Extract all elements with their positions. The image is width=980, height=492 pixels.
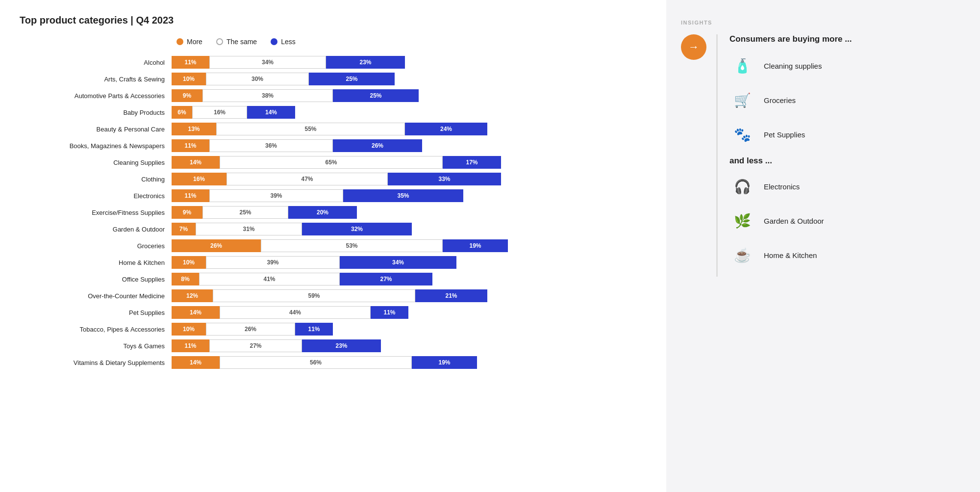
bar-more: 6% — [172, 106, 192, 119]
insight-label: Garden & Outdoor — [764, 217, 824, 225]
row-label: Beauty & Personal Care — [20, 126, 172, 133]
bar-less: 19% — [443, 239, 508, 252]
chart-row: Electronics11%39%35% — [20, 189, 656, 203]
insight-icon: ☕ — [729, 242, 755, 268]
chart-row: Tobacco, Pipes & Accessories10%26%11% — [20, 322, 656, 336]
bar-more: 11% — [172, 139, 209, 152]
bar-more: 14% — [172, 356, 220, 369]
legend-less-dot — [271, 38, 277, 45]
bar-less: 21% — [415, 289, 487, 302]
bar-same: 25% — [202, 206, 288, 219]
insight-label: Pet Supplies — [764, 130, 805, 139]
bar-less: 19% — [412, 356, 477, 369]
chart-row: Books, Magazines & Newspapers11%36%26% — [20, 139, 656, 153]
buying-less-list: 🎧Electronics🌿Garden & Outdoor☕Home & Kit… — [729, 174, 965, 268]
right-panel: INSIGHTS → Consumers are buying more ...… — [666, 0, 980, 492]
bar-more: 9% — [172, 206, 202, 219]
chart-row: Vitamins & Dietary Supplements14%56%19% — [20, 356, 656, 369]
bar-less: 33% — [388, 173, 501, 185]
page-title: Top product categories | Q4 2023 — [20, 15, 656, 26]
bar-container: 14%44%11% — [172, 306, 656, 319]
bar-same: 34% — [209, 56, 326, 69]
bar-container: 10%30%25% — [172, 73, 656, 85]
legend-less-label: Less — [281, 38, 296, 46]
row-label: Groceries — [20, 242, 172, 250]
bar-same: 39% — [206, 256, 340, 269]
bar-less: 32% — [302, 223, 412, 235]
bar-container: 9%38%25% — [172, 89, 656, 102]
bar-less: 35% — [343, 189, 463, 202]
row-label: Pet Supplies — [20, 309, 172, 316]
bar-same: 30% — [206, 73, 309, 85]
bar-more: 8% — [172, 273, 199, 285]
bar-container: 16%47%33% — [172, 173, 656, 185]
row-label: Tobacco, Pipes & Accessories — [20, 326, 172, 333]
buying-more-list: 🧴Cleaning supplies🛒Groceries🐾Pet Supplie… — [729, 53, 965, 147]
arrow-icon: → — [688, 41, 699, 53]
chart-row: Baby Products6%16%14% — [20, 105, 656, 119]
bar-more: 14% — [172, 306, 220, 319]
row-label: Office Supplies — [20, 276, 172, 283]
row-label: Cleaning Supplies — [20, 159, 172, 166]
chart-row: Office Supplies8%41%27% — [20, 272, 656, 286]
bar-more: 9% — [172, 89, 202, 102]
bar-more: 11% — [172, 56, 209, 69]
bar-container: 14%56%19% — [172, 356, 656, 369]
bar-less: 27% — [340, 273, 432, 285]
bar-more: 10% — [172, 256, 206, 269]
bar-container: 10%26%11% — [172, 323, 656, 336]
bar-more: 10% — [172, 323, 206, 336]
legend: More The same Less — [176, 38, 656, 46]
bar-container: 6%16%14% — [172, 106, 656, 119]
bar-same: 65% — [220, 156, 443, 169]
bar-container: 11%34%23% — [172, 56, 656, 69]
bar-same: 38% — [202, 89, 333, 102]
bar-more: 7% — [172, 223, 196, 235]
chart-row: Toys & Games11%27%23% — [20, 339, 656, 353]
legend-same: The same — [216, 38, 257, 46]
bar-same: 55% — [216, 123, 405, 135]
chart-row: Cleaning Supplies14%65%17% — [20, 155, 656, 169]
bar-more: 16% — [172, 173, 226, 185]
bar-more: 11% — [172, 189, 209, 202]
bar-same: 41% — [199, 273, 340, 285]
insight-icon: 🐾 — [729, 122, 755, 147]
bar-container: 14%65%17% — [172, 156, 656, 169]
bar-container: 11%27%23% — [172, 339, 656, 352]
insight-item-more: 🧴Cleaning supplies — [729, 53, 965, 78]
legend-more: More — [176, 38, 202, 46]
row-label: Clothing — [20, 176, 172, 183]
chart-row: Over-the-Counter Medicine12%59%21% — [20, 289, 656, 303]
insight-icon: 🧴 — [729, 53, 755, 78]
row-label: Toys & Games — [20, 342, 172, 350]
insight-item-less: ☕Home & Kitchen — [729, 242, 965, 268]
buying-more-title: Consumers are buying more ... — [729, 34, 965, 44]
bar-less: 23% — [302, 339, 381, 352]
row-label: Vitamins & Dietary Supplements — [20, 359, 172, 366]
bar-same: 47% — [226, 173, 388, 185]
insight-label: Home & Kitchen — [764, 251, 817, 259]
insight-icon: 🎧 — [729, 174, 755, 199]
legend-same-dot — [216, 38, 223, 45]
insight-label: Cleaning supplies — [764, 62, 822, 70]
row-label: Baby Products — [20, 109, 172, 116]
bar-less: 25% — [309, 73, 395, 85]
bar-container: 11%39%35% — [172, 189, 656, 202]
page-container: Top product categories | Q4 2023 More Th… — [0, 0, 980, 492]
row-label: Arts, Crafts & Sewing — [20, 76, 172, 83]
bar-container: 7%31%32% — [172, 223, 656, 235]
bar-container: 12%59%21% — [172, 289, 656, 302]
bar-more: 14% — [172, 156, 220, 169]
chart-area: Alcohol11%34%23%Arts, Crafts & Sewing10%… — [20, 55, 656, 369]
and-less-label: and less ... — [729, 156, 965, 166]
insights-content: Consumers are buying more ... 🧴Cleaning … — [716, 34, 965, 277]
row-label: Books, Magazines & Newspapers — [20, 142, 172, 150]
row-label: Over-the-Counter Medicine — [20, 292, 172, 300]
bar-container: 8%41%27% — [172, 273, 656, 285]
arrow-circle[interactable]: → — [681, 34, 706, 60]
bar-container: 26%53%19% — [172, 239, 656, 252]
chart-row: Arts, Crafts & Sewing10%30%25% — [20, 72, 656, 86]
chart-row: Automotive Parts & Accessories9%38%25% — [20, 89, 656, 103]
bar-more: 13% — [172, 123, 216, 135]
chart-row: Pet Supplies14%44%11% — [20, 306, 656, 319]
